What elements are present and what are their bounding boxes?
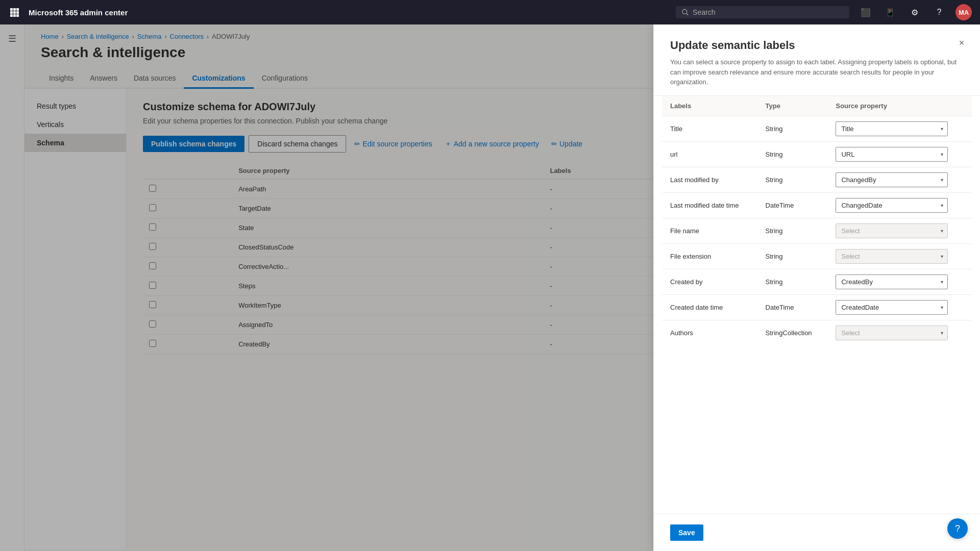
svg-rect-8 [16,14,19,17]
svg-rect-3 [10,11,13,14]
label-row: Created by String CreatedBy▾ [662,269,972,294]
label-row: Last modified date time DateTime Changed… [662,192,972,218]
source-property-select[interactable]: Select▾ [836,249,948,264]
label-name: Title [662,116,757,141]
search-input[interactable] [693,8,843,16]
labels-table-container: Labels Type Source property Title String… [654,96,980,345]
panel-close-btn[interactable]: × [953,35,970,51]
label-row: File name String Select▾ [662,218,972,243]
label-type: DateTime [757,294,828,320]
label-row: Authors StringCollection Select▾ [662,320,972,345]
source-property-select[interactable]: URL▾ [836,147,948,162]
svg-rect-4 [13,11,16,14]
panel-title: Update semantic labels [670,39,964,52]
label-row: url String URL▾ [662,141,972,167]
source-property-select[interactable]: Select▾ [836,223,948,238]
topbar-icons: ⬛ 📱 ⚙ ? MA [857,4,972,20]
label-type: String [757,218,828,243]
source-property-select[interactable]: CreatedBy▾ [836,274,948,289]
svg-rect-2 [16,8,19,11]
source-property-select[interactable]: Select▾ [836,325,948,340]
label-row: Title String Title▾ [662,116,972,141]
labels-col-label: Labels [662,96,757,116]
avatar[interactable]: MA [955,4,972,20]
svg-rect-5 [16,11,19,14]
svg-point-9 [682,9,687,14]
save-btn[interactable]: Save [670,524,703,541]
labels-col-source: Source property [827,96,972,116]
label-type: StringCollection [757,320,828,345]
label-name: Created date time [662,294,757,320]
monitor-icon[interactable]: ⬛ [857,4,874,20]
update-semantic-labels-panel: Update semantic labels You can select a … [653,24,980,551]
label-name: Last modified date time [662,192,757,218]
label-name: Created by [662,269,757,294]
label-type: String [757,141,828,167]
search-box[interactable] [676,6,849,18]
svg-rect-6 [10,14,13,17]
panel-footer: Save [654,514,980,551]
label-row: Last modified by String ChangedBy▾ [662,167,972,192]
settings-icon[interactable]: ⚙ [906,4,923,20]
waffle-menu[interactable] [8,6,20,18]
label-type: String [757,167,828,192]
label-name: File extension [662,243,757,269]
layout: ☰ Home › Search & intelligence › Schema … [0,24,980,551]
search-icon [682,9,689,16]
label-name: Last modified by [662,167,757,192]
label-row: File extension String Select▾ [662,243,972,269]
help-bubble[interactable]: ? [947,518,968,539]
label-type: String [757,269,828,294]
svg-line-10 [687,13,688,15]
panel-header: Update semantic labels You can select a … [654,24,980,96]
label-name: File name [662,218,757,243]
app-title: Microsoft 365 admin center [29,8,668,17]
labels-table: Labels Type Source property Title String… [662,96,972,345]
panel-desc: You can select a source property to assi… [670,57,964,87]
label-type: String [757,116,828,141]
labels-col-type: Type [757,96,828,116]
label-name: Authors [662,320,757,345]
phone-icon[interactable]: 📱 [882,4,898,20]
label-type: DateTime [757,192,828,218]
source-property-select[interactable]: ChangedDate▾ [836,198,948,213]
source-property-select[interactable]: Title▾ [836,121,948,136]
svg-rect-7 [13,14,16,17]
source-property-select[interactable]: CreatedDate▾ [836,300,948,315]
label-name: url [662,141,757,167]
topbar: Microsoft 365 admin center ⬛ 📱 ⚙ ? MA [0,0,980,24]
svg-rect-1 [13,8,16,11]
svg-rect-0 [10,8,13,11]
label-row: Created date time DateTime CreatedDate▾ [662,294,972,320]
source-property-select[interactable]: ChangedBy▾ [836,172,948,187]
help-icon[interactable]: ? [931,4,947,20]
label-type: String [757,243,828,269]
